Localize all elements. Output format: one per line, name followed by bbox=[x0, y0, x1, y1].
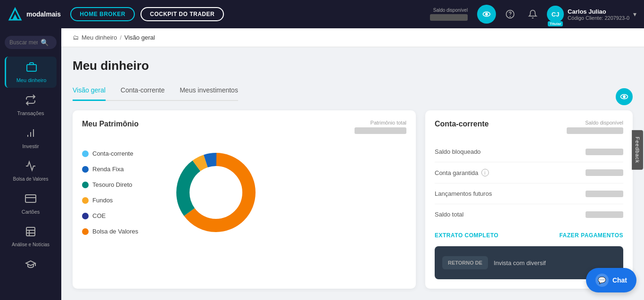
legend-label: Fundos bbox=[92, 197, 113, 204]
sidebar-item-transacoes[interactable]: Transações bbox=[5, 90, 57, 121]
sidebar-item-educacao[interactable] bbox=[5, 254, 57, 279]
topnav: modalmais HOME BROKER COCKPIT DO TRADER … bbox=[0, 0, 644, 28]
info-icon[interactable]: i bbox=[481, 169, 489, 176]
legend-item: Fundos bbox=[82, 197, 157, 204]
home-broker-button[interactable]: HOME BROKER bbox=[70, 7, 135, 21]
help-button[interactable] bbox=[502, 6, 519, 23]
conta-title: Conta-corrente bbox=[435, 120, 489, 128]
notifications-button[interactable] bbox=[524, 6, 541, 23]
sidebar-item-label: Investir bbox=[22, 143, 39, 149]
donut-svg bbox=[169, 145, 263, 240]
patrimonio-card: Meu Patrimônio Patrimônio total Conta-co… bbox=[73, 110, 416, 289]
sidebar-item-cartoes[interactable]: Cartões bbox=[5, 188, 57, 219]
row-label: Conta garantida i bbox=[435, 169, 489, 176]
analise-icon bbox=[25, 226, 36, 240]
banner-label: RETORNO DE bbox=[442, 256, 488, 269]
patrimonio-card-header: Meu Patrimônio Patrimônio total bbox=[82, 120, 406, 134]
chat-button[interactable]: 💬 Chat bbox=[586, 268, 636, 292]
sidebar: 🔍 Meu dinheiro Transações Investir bbox=[0, 28, 61, 300]
chat-icon: 💬 bbox=[595, 274, 609, 287]
legend-item: COE bbox=[82, 212, 157, 219]
patrimonio-value-blurred bbox=[355, 127, 406, 134]
legend-label: Tesouro Direto bbox=[92, 181, 132, 188]
sidebar-item-analise-noticias[interactable]: Análise e Notícias bbox=[5, 221, 57, 252]
sidebar-item-label: Cartões bbox=[22, 209, 40, 215]
cards-row: Meu Patrimônio Patrimônio total Conta-co… bbox=[73, 110, 633, 289]
row-label: Saldo bloqueado bbox=[435, 148, 481, 155]
legend-dot-coe bbox=[82, 213, 89, 219]
svg-marker-1 bbox=[12, 14, 18, 20]
conta-rows: Saldo bloqueado Conta garantida i Lançam… bbox=[435, 142, 623, 225]
svg-point-3 bbox=[486, 13, 487, 15]
cartoes-icon bbox=[25, 193, 36, 207]
tab-visibility-toggle[interactable] bbox=[616, 88, 633, 105]
conta-action-buttons: EXTRATO COMPLETO FAZER PAGAMENTOS bbox=[435, 232, 623, 239]
breadcrumb-sep: / bbox=[120, 34, 122, 41]
sidebar-item-investir[interactable]: Investir bbox=[5, 123, 57, 154]
extrato-completo-button[interactable]: EXTRATO COMPLETO bbox=[435, 232, 498, 239]
search-input[interactable] bbox=[9, 39, 38, 46]
tabs: Visão geral Conta-corrente Meus investim… bbox=[73, 83, 238, 101]
breadcrumb: 🗂 Meu dinheiro / Visão geral bbox=[61, 28, 644, 47]
legend-item: Bolsa de Valores bbox=[82, 228, 157, 235]
row-label: Lançamentos futuros bbox=[435, 190, 492, 197]
row-value-blurred bbox=[586, 169, 623, 176]
svg-point-5 bbox=[510, 17, 511, 17]
toggle-visibility-button[interactable] bbox=[477, 5, 496, 24]
patrimonio-total-label: Patrimônio total bbox=[371, 120, 406, 125]
donut-chart bbox=[169, 145, 263, 240]
page-body: Meu dinheiro Visão geral Conta-corrente … bbox=[61, 47, 644, 300]
bell-icon bbox=[528, 9, 537, 19]
banner-text: Invista com diversif bbox=[494, 259, 546, 267]
chevron-down-icon: ▾ bbox=[633, 10, 636, 18]
bolsa-icon bbox=[25, 160, 36, 175]
feedback-tab[interactable]: Feedback bbox=[632, 130, 643, 170]
conta-row-saldo-total: Saldo total bbox=[435, 204, 623, 225]
row-value-blurred bbox=[586, 149, 623, 155]
transacoes-icon bbox=[25, 94, 36, 108]
search-icon: 🔍 bbox=[41, 39, 49, 46]
question-icon bbox=[505, 9, 515, 19]
patrimonio-header-right: Patrimônio total bbox=[355, 120, 406, 134]
tab-visao-geral[interactable]: Visão geral bbox=[73, 83, 106, 101]
conta-saldo-value-blurred bbox=[567, 127, 623, 134]
svg-rect-10 bbox=[25, 195, 36, 202]
conta-row-saldo-bloqueado: Saldo bloqueado bbox=[435, 142, 623, 162]
user-code: Código Cliente: 2207923-0 bbox=[568, 15, 629, 21]
row-label: Saldo total bbox=[435, 211, 463, 218]
logo[interactable]: modalmais bbox=[8, 7, 61, 22]
cockpit-trader-button[interactable]: COCKPIT DO TRADER bbox=[140, 7, 224, 21]
search-box[interactable]: 🔍 bbox=[5, 36, 57, 49]
legend-label: Conta-corrente bbox=[92, 150, 133, 157]
chat-label: Chat bbox=[612, 276, 627, 284]
tabs-row: Visão geral Conta-corrente Meus investim… bbox=[73, 83, 633, 110]
patrimonio-title: Meu Patrimônio bbox=[82, 120, 139, 128]
page-title: Meu dinheiro bbox=[73, 58, 633, 73]
sidebar-item-bolsa-valores[interactable]: Bolsa de Valores bbox=[5, 156, 57, 186]
conta-row-conta-garantida: Conta garantida i bbox=[435, 162, 623, 183]
conta-corrente-card: Conta-corrente Saldo disponível Saldo bl… bbox=[425, 110, 633, 289]
tab-meus-investimentos[interactable]: Meus investimentos bbox=[180, 83, 238, 101]
investir-icon bbox=[25, 127, 36, 142]
row-value-blurred bbox=[586, 191, 623, 197]
svg-point-22 bbox=[190, 167, 241, 218]
legend-label: Bolsa de Valores bbox=[92, 228, 138, 235]
breadcrumb-home[interactable]: Meu dinheiro bbox=[82, 34, 117, 41]
conta-row-lancamentos-futuros: Lançamentos futuros bbox=[435, 183, 623, 204]
chart-legend: Conta-corrente Renda Fixa Tesouro Direto bbox=[82, 150, 157, 235]
sidebar-item-label: Bolsa de Valores bbox=[13, 176, 49, 182]
fazer-pagamentos-button[interactable]: FAZER PAGAMENTOS bbox=[559, 232, 623, 239]
tab-conta-corrente[interactable]: Conta-corrente bbox=[121, 83, 165, 101]
logo-text: modalmais bbox=[26, 10, 61, 18]
legend-dot-tesouro-direto bbox=[82, 182, 89, 188]
legend-dot-bolsa bbox=[82, 228, 89, 235]
educacao-icon bbox=[25, 258, 36, 273]
breadcrumb-current: Visão geral bbox=[124, 34, 155, 41]
user-menu[interactable]: CJ Titular Carlos Juliao Código Cliente:… bbox=[547, 6, 636, 23]
legend-item: Renda Fixa bbox=[82, 166, 157, 173]
legend-label: Renda Fixa bbox=[92, 166, 124, 173]
chart-area: Conta-corrente Renda Fixa Tesouro Direto bbox=[82, 142, 406, 240]
sidebar-item-label: Transações bbox=[17, 110, 44, 116]
svg-rect-12 bbox=[26, 227, 35, 236]
sidebar-item-meu-dinheiro[interactable]: Meu dinheiro bbox=[5, 57, 57, 88]
